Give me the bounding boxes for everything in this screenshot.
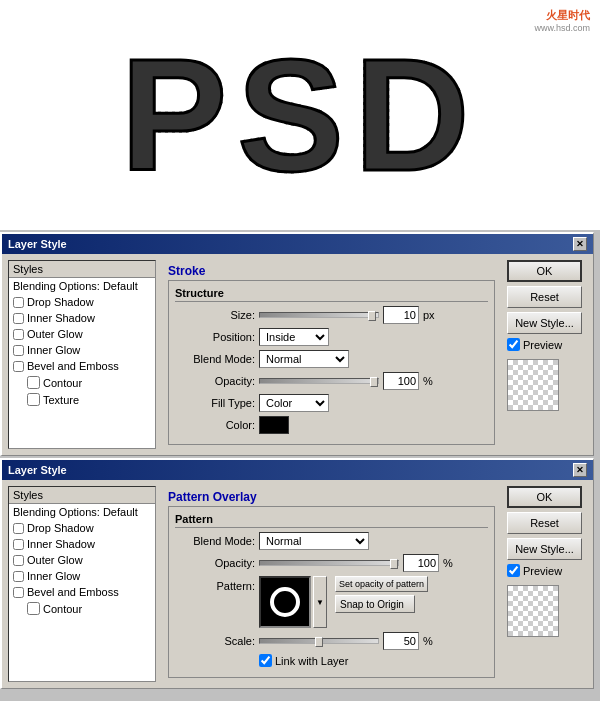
- color-label: Color:: [175, 419, 255, 431]
- size-row: Size: px: [175, 306, 488, 324]
- ok-button-2[interactable]: OK: [507, 486, 582, 508]
- scale-slider-thumb: [315, 637, 323, 647]
- styles-header-1: Styles: [9, 261, 155, 278]
- style-inner-shadow-2[interactable]: Inner Shadow: [9, 536, 155, 552]
- blend-mode-row-2: Blend Mode: NormalMultiplyScreen: [175, 532, 488, 550]
- style-inner-shadow-1[interactable]: Inner Shadow: [9, 310, 155, 326]
- opacity-slider-2[interactable]: [259, 560, 399, 566]
- style-inner-glow-2[interactable]: Inner Glow: [9, 568, 155, 584]
- position-row: Position: InsideOutsideCenter: [175, 328, 488, 346]
- watermark-brand: 火星时代: [534, 8, 590, 23]
- style-inner-glow-1[interactable]: Inner Glow: [9, 342, 155, 358]
- new-style-button-2[interactable]: New Style...: [507, 538, 582, 560]
- outer-glow-check-1[interactable]: [13, 329, 24, 340]
- style-contour-2[interactable]: Contour: [9, 600, 155, 617]
- size-label: Size:: [175, 309, 255, 321]
- link-layer-label[interactable]: Link with Layer: [259, 654, 348, 667]
- inner-glow-check-1[interactable]: [13, 345, 24, 356]
- inner-glow-check-2[interactable]: [13, 571, 24, 582]
- color-swatch-1[interactable]: [259, 416, 289, 434]
- styles-header-2: Styles: [9, 487, 155, 504]
- style-texture-1[interactable]: Texture: [9, 391, 155, 408]
- dialog-stroke: Layer Style ✕ Styles Blending Options: D…: [0, 232, 594, 456]
- ok-button-1[interactable]: OK: [507, 260, 582, 282]
- style-outer-glow-2[interactable]: Outer Glow: [9, 552, 155, 568]
- texture-check-1[interactable]: [27, 393, 40, 406]
- preview-swatch-1: [507, 359, 559, 411]
- pattern-preview: [259, 576, 311, 628]
- preview-check-2[interactable]: [507, 564, 520, 577]
- size-slider-thumb: [368, 311, 376, 321]
- pattern-label: Pattern:: [175, 576, 255, 592]
- outer-glow-check-2[interactable]: [13, 555, 24, 566]
- psd-text: PSD: [121, 23, 480, 207]
- options-panel-1: Stroke Structure Size: px Position: Insi…: [162, 260, 501, 449]
- position-select[interactable]: InsideOutsideCenter: [259, 328, 329, 346]
- inner-shadow-check-1[interactable]: [13, 313, 24, 324]
- psd-preview: PSD 火星时代 www.hsd.com: [0, 0, 600, 230]
- opacity-slider-1[interactable]: [259, 378, 379, 384]
- dialog-stroke-titlebar: Layer Style ✕: [2, 234, 593, 254]
- color-row: Color:: [175, 416, 488, 434]
- style-blending-default-2[interactable]: Blending Options: Default: [9, 504, 155, 520]
- inner-shadow-check-2[interactable]: [13, 539, 24, 550]
- blend-mode-select-2[interactable]: NormalMultiplyScreen: [259, 532, 369, 550]
- dialog-pattern-title: Layer Style: [8, 464, 67, 476]
- new-style-button-1[interactable]: New Style...: [507, 312, 582, 334]
- bevel-emboss-check-1[interactable]: [13, 361, 24, 372]
- set-opacity-btn[interactable]: Set opacity of pattern: [335, 576, 428, 592]
- snap-to-origin-btn[interactable]: Snap to Origin: [335, 595, 415, 613]
- dialog-stroke-close[interactable]: ✕: [573, 237, 587, 251]
- drop-shadow-check-2[interactable]: [13, 523, 24, 534]
- style-drop-shadow-2[interactable]: Drop Shadow: [9, 520, 155, 536]
- watermark: 火星时代 www.hsd.com: [534, 8, 590, 33]
- style-drop-shadow-1[interactable]: Drop Shadow: [9, 294, 155, 310]
- blend-mode-select-1[interactable]: NormalMultiplyScreen: [259, 350, 349, 368]
- link-layer-check[interactable]: [259, 654, 272, 667]
- contour-check-2[interactable]: [27, 602, 40, 615]
- preview-label-1: Preview: [523, 339, 562, 351]
- dialog-stroke-title: Layer Style: [8, 238, 67, 250]
- opacity-input-1[interactable]: [383, 372, 419, 390]
- style-bevel-emboss-2[interactable]: Bevel and Emboss: [9, 584, 155, 600]
- style-outer-glow-1[interactable]: Outer Glow: [9, 326, 155, 342]
- pattern-dropdown[interactable]: ▼: [313, 576, 327, 628]
- pattern-inner-circle: [270, 587, 300, 617]
- style-blending-default[interactable]: Blending Options: Default: [9, 278, 155, 294]
- pattern-title: Pattern Overlay: [168, 490, 495, 504]
- opacity-label-2: Opacity:: [175, 557, 255, 569]
- fill-type-label: Fill Type:: [175, 397, 255, 409]
- bevel-emboss-check-2[interactable]: [13, 587, 24, 598]
- opacity-row-2: Opacity: %: [175, 554, 488, 572]
- link-layer-text: Link with Layer: [275, 655, 348, 667]
- scale-slider[interactable]: [259, 638, 379, 644]
- style-contour-1[interactable]: Contour: [9, 374, 155, 391]
- contour-check-1[interactable]: [27, 376, 40, 389]
- opacity-unit-1: %: [423, 375, 433, 387]
- fill-type-select[interactable]: ColorGradientPattern: [259, 394, 329, 412]
- preview-swatch-2: [507, 585, 559, 637]
- blend-mode-label-1: Blend Mode:: [175, 353, 255, 365]
- size-input[interactable]: [383, 306, 419, 324]
- styles-panel-2: Styles Blending Options: Default Drop Sh…: [8, 486, 156, 682]
- watermark-url: www.hsd.com: [534, 23, 590, 33]
- reset-button-1[interactable]: Reset: [507, 286, 582, 308]
- dialog-pattern-close[interactable]: ✕: [573, 463, 587, 477]
- opacity-row-1: Opacity: %: [175, 372, 488, 390]
- buttons-panel-2: OK Reset New Style... Preview: [507, 486, 587, 682]
- opacity-input-2[interactable]: [403, 554, 439, 572]
- style-bevel-emboss-1[interactable]: Bevel and Emboss: [9, 358, 155, 374]
- stroke-subtitle: Structure: [175, 287, 488, 302]
- scale-input[interactable]: [383, 632, 419, 650]
- scale-label: Scale:: [175, 635, 255, 647]
- reset-button-2[interactable]: Reset: [507, 512, 582, 534]
- size-slider[interactable]: [259, 312, 379, 318]
- opacity-slider-thumb-1: [370, 377, 378, 387]
- preview-checkbox-2: Preview: [507, 564, 587, 577]
- dialog-pattern: Layer Style ✕ Styles Blending Options: D…: [0, 458, 594, 689]
- drop-shadow-check-1[interactable]: [13, 297, 24, 308]
- link-layer-row: Link with Layer: [175, 654, 488, 667]
- opacity-unit-2: %: [443, 557, 453, 569]
- preview-check-1[interactable]: [507, 338, 520, 351]
- preview-checkbox-1: Preview: [507, 338, 587, 351]
